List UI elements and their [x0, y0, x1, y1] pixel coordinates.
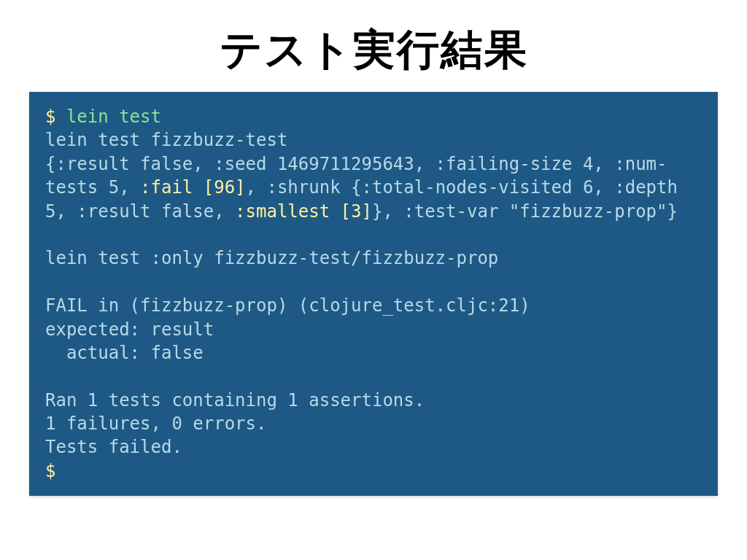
output-line: Tests failed.	[45, 437, 182, 457]
output-line: lein test :only fizzbuzz-test/fizzbuzz-p…	[45, 248, 498, 268]
terminal-output: $ lein test lein test fizzbuzz-test {:re…	[29, 92, 718, 496]
slide-title: テスト実行結果	[29, 22, 718, 79]
smallest-highlight: :smallest [3]	[235, 201, 372, 222]
fail-highlight: :fail [96]	[140, 177, 246, 198]
output-line: Ran 1 tests containing 1 assertions.	[45, 390, 425, 411]
command: lein test	[66, 106, 161, 127]
slide: テスト実行結果 $ lein test lein test fizzbuzz-t…	[0, 0, 747, 560]
prompt: $	[45, 106, 66, 127]
output-line: }, :test-var "fizzbuzz-prop"}	[372, 201, 678, 222]
output-line: lein test fizzbuzz-test	[45, 130, 287, 150]
output-line: 1 failures, 0 errors.	[45, 413, 266, 434]
output-line: expected: result	[45, 319, 214, 340]
output-line: actual: false	[45, 343, 204, 363]
output-line: FAIL in (fizzbuzz-prop) (clojure_test.cl…	[45, 295, 530, 316]
prompt: $	[45, 461, 55, 481]
